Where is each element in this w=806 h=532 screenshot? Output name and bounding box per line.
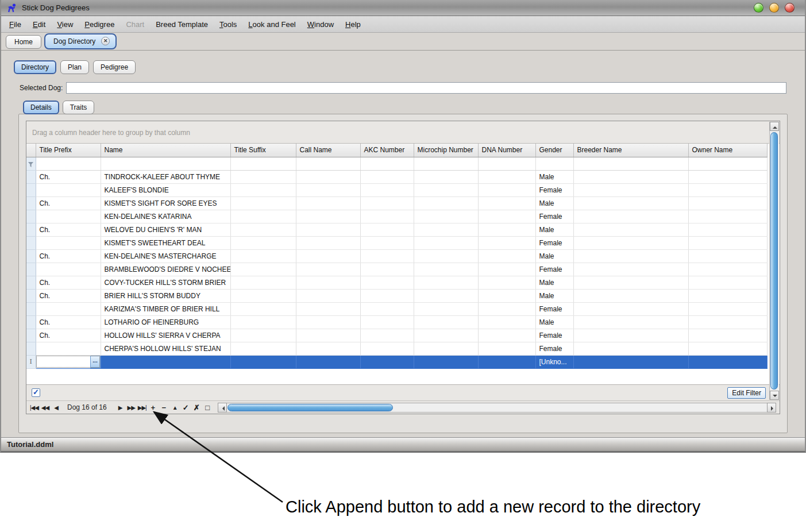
cell-name[interactable]: KEN-DELAINE'S MASTERCHARGE xyxy=(101,249,230,263)
cell-gender[interactable]: Male xyxy=(535,196,573,210)
cell-microchip-number[interactable] xyxy=(414,276,478,289)
maximize-button[interactable] xyxy=(769,3,779,13)
cell-call-name[interactable] xyxy=(296,302,360,315)
new-record-row[interactable]: I ... [Unkno... xyxy=(26,355,767,368)
column-header[interactable]: Name xyxy=(101,144,230,157)
cell-title-suffix[interactable] xyxy=(230,276,296,289)
cell-title-suffix[interactable] xyxy=(230,170,296,183)
cell-title-prefix[interactable]: Ch. xyxy=(36,249,101,263)
cell-gender[interactable]: Female xyxy=(535,210,573,223)
cell-owner-name[interactable] xyxy=(688,183,767,196)
table-row[interactable]: KEN-DELAINE'S KATARINA Female xyxy=(26,210,767,223)
cell-title-prefix[interactable] xyxy=(36,183,101,196)
new-row-gender-cell[interactable]: [Unkno... xyxy=(535,355,573,368)
cell-breeder-name[interactable] xyxy=(573,263,688,276)
table-row[interactable]: Ch. WELOVE DU CHIEN'S 'R' MAN Male xyxy=(26,223,767,236)
table-row[interactable]: BRAMBLEWOOD'S DIEDRE V NOCHEE II Female xyxy=(26,263,767,276)
cell-akc-number[interactable] xyxy=(360,276,414,289)
cell-call-name[interactable] xyxy=(296,276,360,289)
column-header[interactable]: Call Name xyxy=(296,144,360,157)
cell-call-name[interactable] xyxy=(296,183,360,196)
cell-title-prefix[interactable]: Ch. xyxy=(36,329,101,342)
nav-last-button[interactable]: ▶▶| xyxy=(137,402,148,413)
cell-microchip-number[interactable] xyxy=(414,236,478,249)
cell-call-name[interactable] xyxy=(296,249,360,263)
cell-dna-number[interactable] xyxy=(478,196,535,210)
cell-dna-number[interactable] xyxy=(478,289,535,302)
cell-title-suffix[interactable] xyxy=(230,183,296,196)
cell-title-suffix[interactable] xyxy=(230,210,296,223)
title-prefix-edit-cell[interactable]: ... xyxy=(36,355,101,368)
cell-dna-number[interactable] xyxy=(478,183,535,196)
cell-akc-number[interactable] xyxy=(360,263,414,276)
cell-akc-number[interactable] xyxy=(360,249,414,263)
table-row[interactable]: KISMET'S SWEETHEART DEAL Female xyxy=(26,236,767,249)
menu-breed-template[interactable]: Breed Template xyxy=(150,18,214,31)
table-row[interactable]: KALEEF'S BLONDIE Female xyxy=(26,183,767,196)
cell-dna-number[interactable] xyxy=(478,210,535,223)
cell-akc-number[interactable] xyxy=(360,170,414,183)
table-row[interactable]: Ch. BRIER HILL'S STORM BUDDY Male xyxy=(26,289,767,302)
cell-microchip-number[interactable] xyxy=(414,289,478,302)
filter-enabled-checkbox[interactable] xyxy=(32,388,40,397)
nav-next-button[interactable]: ▶ xyxy=(115,402,126,413)
cell-akc-number[interactable] xyxy=(360,223,414,236)
cell-title-suffix[interactable] xyxy=(230,249,296,263)
column-header[interactable]: DNA Number xyxy=(478,144,535,157)
cell-owner-name[interactable] xyxy=(688,249,767,263)
cell-microchip-number[interactable] xyxy=(414,342,478,355)
table-row[interactable]: Ch. LOTHARIO OF HEINERBURG Male xyxy=(26,315,767,329)
cell-microchip-number[interactable] xyxy=(414,196,478,210)
cell-call-name[interactable] xyxy=(296,170,360,183)
vertical-scroll-thumb[interactable] xyxy=(770,132,778,390)
cell-call-name[interactable] xyxy=(296,342,360,355)
cell-akc-number[interactable] xyxy=(360,342,414,355)
cell-owner-name[interactable] xyxy=(688,276,767,289)
cell-gender[interactable]: Male xyxy=(535,289,573,302)
column-header[interactable]: Gender xyxy=(535,144,573,157)
nav-first-button[interactable]: |◀◀ xyxy=(29,402,40,413)
scroll-up-icon[interactable] xyxy=(770,122,779,131)
menu-help[interactable]: Help xyxy=(340,18,367,31)
column-header[interactable]: AKC Number xyxy=(360,144,414,157)
cell-title-prefix[interactable] xyxy=(36,263,101,276)
cell-gender[interactable]: Female xyxy=(535,236,573,249)
menu-tools[interactable]: Tools xyxy=(214,18,242,31)
scroll-left-icon[interactable] xyxy=(218,403,227,413)
cell-title-prefix[interactable]: Ch. xyxy=(36,315,101,329)
cell-akc-number[interactable] xyxy=(360,196,414,210)
nav-prior-button[interactable]: ◀ xyxy=(51,402,61,413)
cell-owner-name[interactable] xyxy=(688,236,767,249)
cell-gender[interactable]: Female xyxy=(535,302,573,315)
menu-pedigree[interactable]: Pedigree xyxy=(79,18,120,31)
cell-gender[interactable]: Female xyxy=(535,342,573,355)
tab-home[interactable]: Home xyxy=(6,35,41,49)
cell-name[interactable]: KEN-DELAINE'S KATARINA xyxy=(101,210,230,223)
cell-title-prefix[interactable]: Ch. xyxy=(36,276,101,289)
cell-owner-name[interactable] xyxy=(688,329,767,342)
cell-call-name[interactable] xyxy=(296,329,360,342)
cell-call-name[interactable] xyxy=(296,196,360,210)
cell-name[interactable]: CHERPA'S HOLLOW HILLS' STEJAN xyxy=(101,342,230,355)
cell-breeder-name[interactable] xyxy=(573,236,688,249)
cell-name[interactable]: KALEEF'S BLONDIE xyxy=(101,183,230,196)
cell-owner-name[interactable] xyxy=(688,196,767,210)
nav-next-page-button[interactable]: ▶▶ xyxy=(126,402,137,413)
cell-title-prefix[interactable]: Ch. xyxy=(36,289,101,302)
cell-title-prefix[interactable] xyxy=(36,236,101,249)
cell-title-prefix[interactable]: Ch. xyxy=(36,196,101,210)
cell-call-name[interactable] xyxy=(296,223,360,236)
nav-edit-button[interactable]: ▲ xyxy=(169,402,180,413)
cell-name[interactable]: BRIER HILL'S STORM BUDDY xyxy=(101,289,230,302)
cell-microchip-number[interactable] xyxy=(414,249,478,263)
cell-call-name[interactable] xyxy=(296,236,360,249)
nav-append-button[interactable]: + xyxy=(148,402,159,413)
menu-window[interactable]: Window xyxy=(302,18,340,31)
cell-akc-number[interactable] xyxy=(360,236,414,249)
cell-dna-number[interactable] xyxy=(478,302,535,315)
column-header[interactable]: Owner Name xyxy=(688,144,767,157)
cell-owner-name[interactable] xyxy=(688,342,767,355)
cell-name[interactable]: KISMET'S SIGHT FOR SORE EYES xyxy=(101,196,230,210)
nav-delete-button[interactable]: − xyxy=(159,402,169,413)
cell-breeder-name[interactable] xyxy=(573,223,688,236)
